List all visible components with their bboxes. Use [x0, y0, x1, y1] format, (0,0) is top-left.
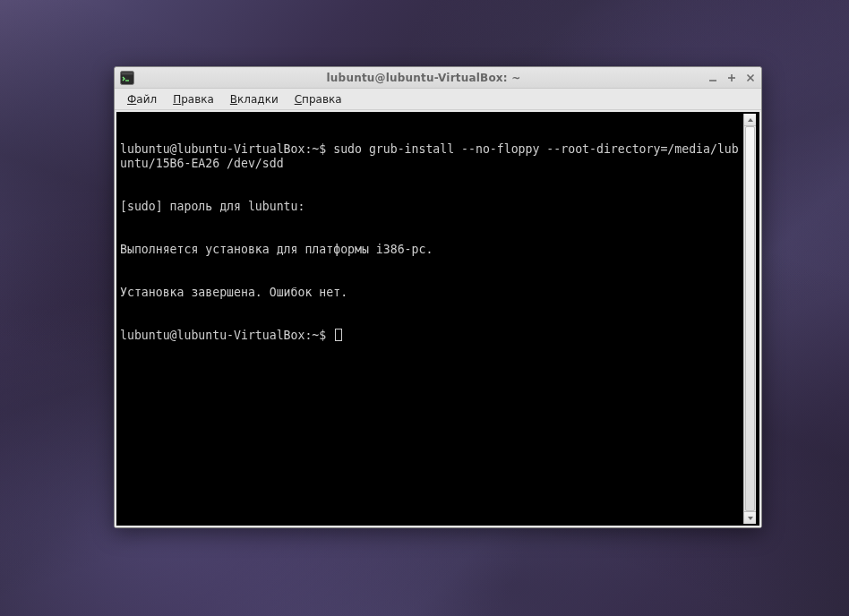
terminal-app-icon — [120, 71, 134, 85]
terminal-cursor — [335, 329, 342, 341]
terminal-viewport[interactable]: lubuntu@lubuntu-VirtualBox:~$ sudo grub-… — [116, 112, 759, 526]
terminal-line: Установка завершена. Ошибок нет. — [120, 286, 743, 300]
menubar: Файл Правка Вкладки Справка — [115, 89, 761, 110]
window-title: lubuntu@lubuntu-VirtualBox: ~ — [140, 72, 708, 84]
scrollbar-down-button[interactable] — [744, 511, 756, 524]
terminal-line: Выполняется установка для платформы i386… — [120, 243, 743, 257]
scrollbar-thumb[interactable] — [745, 126, 755, 511]
menu-edit[interactable]: Правка — [166, 90, 221, 108]
terminal-prompt-line: lubuntu@lubuntu-VirtualBox:~$ — [120, 329, 743, 343]
minimize-button[interactable] — [708, 73, 718, 83]
close-button[interactable] — [745, 73, 756, 83]
terminal-line: [sudo] пароль для lubuntu: — [120, 200, 743, 214]
vertical-scrollbar[interactable] — [743, 114, 756, 524]
scrollbar-track[interactable] — [744, 126, 756, 511]
menu-help[interactable]: Справка — [287, 90, 349, 108]
maximize-button[interactable] — [726, 73, 737, 83]
terminal-line: lubuntu@lubuntu-VirtualBox:~$ sudo grub-… — [120, 142, 743, 171]
window-titlebar[interactable]: lubuntu@lubuntu-VirtualBox: ~ — [115, 67, 761, 89]
window-controls — [708, 73, 756, 83]
terminal-output[interactable]: lubuntu@lubuntu-VirtualBox:~$ sudo grub-… — [120, 114, 743, 524]
scrollbar-up-button[interactable] — [744, 114, 756, 126]
menu-tabs[interactable]: Вкладки — [223, 90, 286, 108]
menu-file[interactable]: Файл — [120, 90, 164, 108]
terminal-window: lubuntu@lubuntu-VirtualBox: ~ Файл Правк… — [114, 66, 762, 528]
terminal-prompt: lubuntu@lubuntu-VirtualBox:~$ — [120, 329, 333, 342]
svg-rect-1 — [122, 72, 133, 74]
